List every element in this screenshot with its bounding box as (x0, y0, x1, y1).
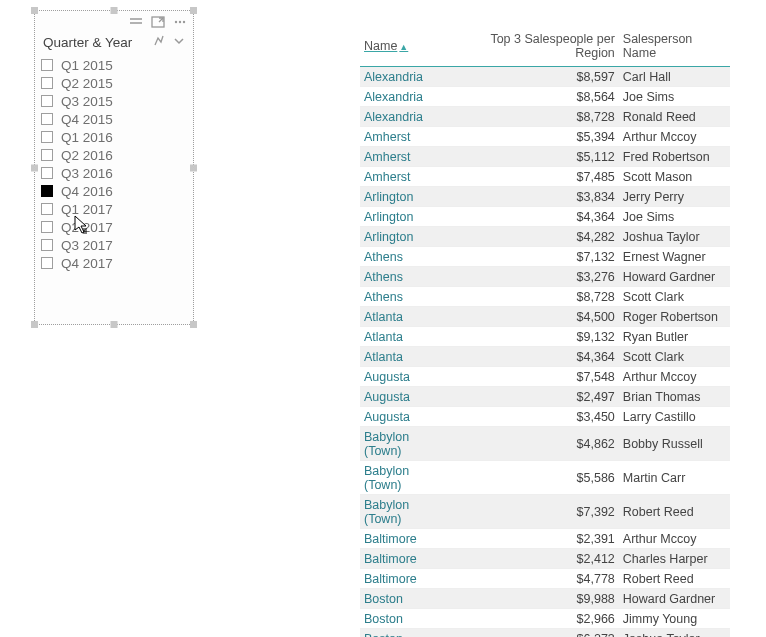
clear-selections-icon[interactable] (153, 35, 165, 50)
cell-person: Arthur Mccoy (619, 529, 730, 549)
table-row[interactable]: Athens$7,132Ernest Wagner (360, 247, 730, 267)
svg-point-5 (179, 21, 181, 23)
table-row[interactable]: Amherst$7,485Scott Mason (360, 167, 730, 187)
drag-handle-icon[interactable] (129, 17, 143, 27)
resize-handle[interactable] (190, 321, 197, 328)
table-row[interactable]: Atlanta$4,500Roger Robertson (360, 307, 730, 327)
slicer-item[interactable]: Q3 2016 (41, 164, 187, 182)
cell-metric: $2,497 (452, 387, 619, 407)
slicer-toolbar (35, 11, 193, 31)
checkbox-icon[interactable] (41, 113, 53, 125)
slicer-item[interactable]: Q1 2015 (41, 56, 187, 74)
table-row[interactable]: Augusta$3,450Larry Castillo (360, 407, 730, 427)
slicer-item-label: Q1 2016 (61, 130, 113, 145)
cell-person: Joshua Taylor (619, 629, 730, 638)
resize-handle[interactable] (190, 7, 197, 14)
cell-name: Baltimore (360, 549, 452, 569)
resize-handle[interactable] (111, 321, 118, 328)
column-header-name[interactable]: Name▲ (360, 28, 452, 67)
cell-metric: $2,412 (452, 549, 619, 569)
cell-metric: $4,778 (452, 569, 619, 589)
cell-metric: $4,282 (452, 227, 619, 247)
checkbox-icon[interactable] (41, 167, 53, 179)
focus-mode-icon[interactable] (151, 16, 165, 28)
table-row[interactable]: Baltimore$2,412Charles Harper (360, 549, 730, 569)
slicer-item[interactable]: Q3 2017 (41, 236, 187, 254)
checkbox-icon[interactable] (41, 203, 53, 215)
cell-name: Athens (360, 247, 452, 267)
slicer-item[interactable]: Q1 2016 (41, 128, 187, 146)
slicer-item[interactable]: Q4 2017 (41, 254, 187, 272)
table-row[interactable]: Amherst$5,112Fred Robertson (360, 147, 730, 167)
resize-handle[interactable] (31, 7, 38, 14)
table-row[interactable]: Athens$8,728Scott Clark (360, 287, 730, 307)
cell-name: Babylon (Town) (360, 461, 452, 495)
table-row[interactable]: Arlington$4,282Joshua Taylor (360, 227, 730, 247)
table-row[interactable]: Augusta$2,497Brian Thomas (360, 387, 730, 407)
cell-person: Joe Sims (619, 87, 730, 107)
table-row[interactable]: Boston$2,966Jimmy Young (360, 609, 730, 629)
table-row[interactable]: Atlanta$4,364Scott Clark (360, 347, 730, 367)
salespeople-table[interactable]: Name▲ Top 3 Salespeople per Region Sales… (360, 28, 730, 637)
cell-person: Martin Carr (619, 461, 730, 495)
cell-name: Baltimore (360, 529, 452, 549)
slicer-item[interactable]: Q2 2016 (41, 146, 187, 164)
table-row[interactable]: Atlanta$9,132Ryan Butler (360, 327, 730, 347)
slicer-item[interactable]: Q3 2015 (41, 92, 187, 110)
cell-name: Alexandria (360, 67, 452, 87)
cell-name: Babylon (Town) (360, 495, 452, 529)
checkbox-icon[interactable] (41, 149, 53, 161)
checkbox-icon[interactable] (41, 239, 53, 251)
cell-name: Amherst (360, 167, 452, 187)
slicer-item[interactable]: Q4 2016 (41, 182, 187, 200)
cell-metric: $7,392 (452, 495, 619, 529)
cell-metric: $5,586 (452, 461, 619, 495)
resize-handle[interactable] (190, 164, 197, 171)
resize-handle[interactable] (31, 164, 38, 171)
table-row[interactable]: Amherst$5,394Arthur Mccoy (360, 127, 730, 147)
cell-person: Ryan Butler (619, 327, 730, 347)
slicer-item-label: Q3 2015 (61, 94, 113, 109)
cell-metric: $2,391 (452, 529, 619, 549)
column-header-label: Top 3 Salespeople per Region (490, 32, 614, 60)
slicer-item[interactable]: Q1 2017 (41, 200, 187, 218)
table-row[interactable]: Arlington$4,364Joe Sims (360, 207, 730, 227)
cell-name: Arlington (360, 207, 452, 227)
slicer-item[interactable]: Q2 2017 (41, 218, 187, 236)
table-row[interactable]: Alexandria$8,564Joe Sims (360, 87, 730, 107)
slicer-quarter-year[interactable]: Quarter & Year Q1 2015Q2 2015Q3 2015Q4 2… (34, 10, 194, 325)
resize-handle[interactable] (31, 321, 38, 328)
cell-metric: $8,728 (452, 287, 619, 307)
slicer-item[interactable]: Q4 2015 (41, 110, 187, 128)
checkbox-icon[interactable] (41, 95, 53, 107)
slicer-item[interactable]: Q2 2015 (41, 74, 187, 92)
more-options-icon[interactable] (173, 17, 187, 27)
checkbox-icon[interactable] (41, 77, 53, 89)
table-row[interactable]: Babylon (Town)$5,586Martin Carr (360, 461, 730, 495)
checkbox-icon[interactable] (41, 185, 53, 197)
resize-handle[interactable] (111, 7, 118, 14)
cell-name: Arlington (360, 187, 452, 207)
table-row[interactable]: Arlington$3,834Jerry Perry (360, 187, 730, 207)
table-row[interactable]: Baltimore$4,778Robert Reed (360, 569, 730, 589)
checkbox-icon[interactable] (41, 221, 53, 233)
checkbox-icon[interactable] (41, 131, 53, 143)
table-row[interactable]: Alexandria$8,728Ronald Reed (360, 107, 730, 127)
cell-name: Arlington (360, 227, 452, 247)
table-row[interactable]: Babylon (Town)$4,862Bobby Russell (360, 427, 730, 461)
checkbox-icon[interactable] (41, 59, 53, 71)
table-row[interactable]: Babylon (Town)$7,392Robert Reed (360, 495, 730, 529)
table-row[interactable]: Alexandria$8,597Carl Hall (360, 67, 730, 87)
cell-person: Carl Hall (619, 67, 730, 87)
table-row[interactable]: Athens$3,276Howard Gardner (360, 267, 730, 287)
slicer-item-label: Q3 2017 (61, 238, 113, 253)
checkbox-icon[interactable] (41, 257, 53, 269)
table-row[interactable]: Boston$9,988Howard Gardner (360, 589, 730, 609)
table-row[interactable]: Baltimore$2,391Arthur Mccoy (360, 529, 730, 549)
chevron-down-icon[interactable] (173, 35, 185, 50)
cell-person: Howard Gardner (619, 589, 730, 609)
column-header-metric[interactable]: Top 3 Salespeople per Region (452, 28, 619, 67)
column-header-person[interactable]: Salesperson Name (619, 28, 730, 67)
table-row[interactable]: Augusta$7,548Arthur Mccoy (360, 367, 730, 387)
table-row[interactable]: Boston$6,273Joshua Taylor (360, 629, 730, 638)
